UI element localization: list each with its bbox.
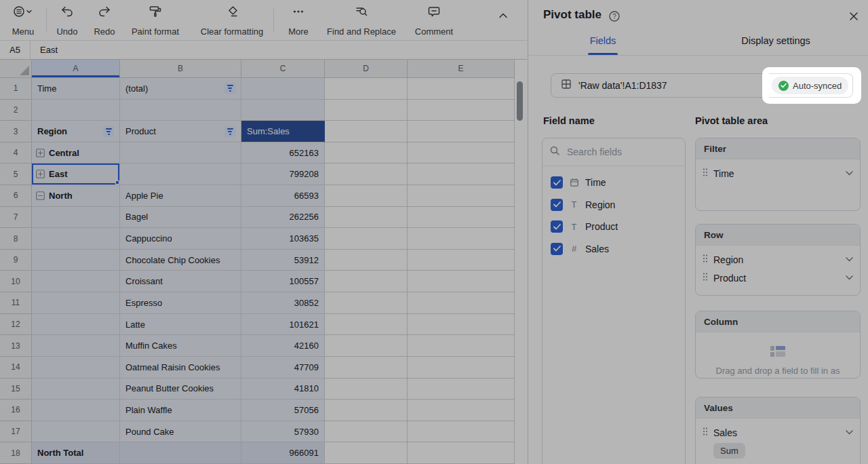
field-item-sales[interactable]: #Sales	[542, 238, 685, 260]
cell-D17[interactable]	[325, 421, 408, 443]
cell-reference-box[interactable]: A5	[0, 45, 30, 55]
row-header-7[interactable]: 7	[0, 207, 32, 229]
comment-button[interactable]: Comment	[410, 4, 458, 37]
chevron-down-icon[interactable]	[846, 171, 853, 176]
cell-D1[interactable]	[325, 78, 408, 100]
drag-handle-icon[interactable]	[703, 427, 708, 439]
cell-E12[interactable]	[408, 314, 515, 336]
filter-icon[interactable]	[224, 83, 235, 94]
chevron-down-icon[interactable]	[846, 257, 853, 262]
cell-D3[interactable]	[325, 121, 408, 142]
field-checkbox-time[interactable]	[551, 176, 563, 189]
help-icon[interactable]: ?	[608, 10, 620, 25]
tab-display-settings[interactable]: Display settings	[725, 35, 827, 46]
row-header-2[interactable]: 2	[0, 100, 32, 121]
cell-D8[interactable]	[325, 228, 408, 250]
drag-handle-icon[interactable]	[703, 272, 708, 284]
cell-E8[interactable]	[408, 228, 515, 250]
undo-button[interactable]: Undo	[52, 4, 82, 37]
row-header-6[interactable]: 6	[0, 185, 32, 207]
cell-C11[interactable]: 30852	[241, 292, 325, 314]
cell-D9[interactable]	[325, 250, 408, 271]
cell-E1[interactable]	[408, 78, 515, 100]
area-item-region[interactable]: Region	[696, 250, 860, 269]
cell-D16[interactable]	[325, 400, 408, 421]
row-header-12[interactable]: 12	[0, 314, 32, 336]
cell-E4[interactable]	[408, 142, 515, 164]
cell-A11[interactable]	[32, 292, 120, 314]
find-and-replace-button[interactable]: Find and Replace	[321, 4, 402, 37]
column-header-A[interactable]: A	[32, 60, 120, 78]
more-button[interactable]: More	[283, 4, 313, 37]
field-checkbox-sales[interactable]	[551, 243, 563, 255]
search-fields-input[interactable]	[566, 146, 678, 158]
collapse-toolbar-button[interactable]	[494, 8, 513, 41]
row-header-9[interactable]: 9	[0, 250, 32, 271]
cell-D14[interactable]	[325, 357, 408, 379]
cell-A6[interactable]: North	[32, 185, 120, 207]
expand-icon[interactable]	[36, 170, 45, 178]
cell-E3[interactable]	[408, 121, 515, 142]
cell-C12[interactable]: 101621	[241, 314, 325, 336]
cell-A13[interactable]	[32, 335, 120, 357]
cell-B2[interactable]	[120, 100, 241, 121]
cell-A14[interactable]	[32, 357, 120, 379]
cell-E10[interactable]	[408, 271, 515, 292]
menu-button[interactable]: Menu	[7, 4, 39, 37]
select-all-corner[interactable]	[0, 60, 32, 78]
area-item-sales[interactable]: Sales	[696, 423, 860, 442]
cell-D5[interactable]	[325, 163, 408, 185]
close-icon[interactable]	[847, 9, 861, 23]
cell-B8[interactable]: Cappuccino	[120, 228, 241, 250]
cell-C4[interactable]: 652163	[241, 142, 325, 164]
cell-C10[interactable]: 100557	[241, 271, 325, 292]
cell-A16[interactable]	[32, 400, 120, 421]
cell-B5[interactable]	[120, 163, 241, 185]
row-header-8[interactable]: 8	[0, 228, 32, 250]
cell-E6[interactable]	[408, 185, 515, 207]
row-header-11[interactable]: 11	[0, 292, 32, 314]
cell-A17[interactable]	[32, 421, 120, 443]
cell-C6[interactable]: 66593	[241, 185, 325, 207]
row-header-17[interactable]: 17	[0, 421, 32, 443]
cell-E7[interactable]	[408, 207, 515, 229]
formula-input[interactable]: East	[31, 45, 58, 55]
cell-E18[interactable]	[408, 442, 515, 464]
row-header-18[interactable]: 18	[0, 442, 32, 464]
field-item-product[interactable]: TProduct	[542, 216, 685, 238]
drag-handle-icon[interactable]	[703, 168, 708, 180]
filter-icon[interactable]	[224, 126, 235, 137]
column-header-D[interactable]: D	[325, 60, 408, 78]
cell-B14[interactable]: Oatmeal Raisin Cookies	[120, 357, 241, 379]
cell-A18[interactable]: North Total	[32, 442, 120, 464]
cell-C15[interactable]: 41810	[241, 379, 325, 400]
cell-B18[interactable]	[120, 442, 241, 464]
redo-button[interactable]: Redo	[90, 4, 119, 37]
cell-D2[interactable]	[325, 100, 408, 121]
cell-E5[interactable]	[408, 163, 515, 185]
cell-D4[interactable]	[325, 142, 408, 164]
cell-D18[interactable]	[325, 442, 408, 464]
collapse-icon[interactable]	[36, 191, 45, 200]
cell-E9[interactable]	[408, 250, 515, 271]
cell-B15[interactable]: Peanut Butter Cookies	[120, 379, 241, 400]
cell-A10[interactable]	[32, 271, 120, 292]
cell-B11[interactable]: Espresso	[120, 292, 241, 314]
cell-A7[interactable]	[32, 207, 120, 229]
cell-A2[interactable]	[32, 100, 120, 121]
cell-B1[interactable]: (total)	[120, 78, 241, 100]
drag-handle-icon[interactable]	[703, 254, 708, 266]
clear-formatting-button[interactable]: Clear formatting	[195, 4, 269, 37]
row-header-5[interactable]: 5	[0, 163, 32, 185]
row-header-14[interactable]: 14	[0, 357, 32, 379]
cell-B7[interactable]: Bagel	[120, 207, 241, 229]
cell-C3[interactable]: Sum:Sales	[241, 121, 325, 142]
cell-A8[interactable]	[32, 228, 120, 250]
cell-E17[interactable]	[408, 421, 515, 443]
cell-E15[interactable]	[408, 379, 515, 400]
tab-fields[interactable]: Fields	[569, 35, 637, 46]
cell-B17[interactable]: Pound Cake	[120, 421, 241, 443]
cell-E13[interactable]	[408, 335, 515, 357]
filter-icon[interactable]	[103, 126, 114, 137]
cell-A15[interactable]	[32, 379, 120, 400]
